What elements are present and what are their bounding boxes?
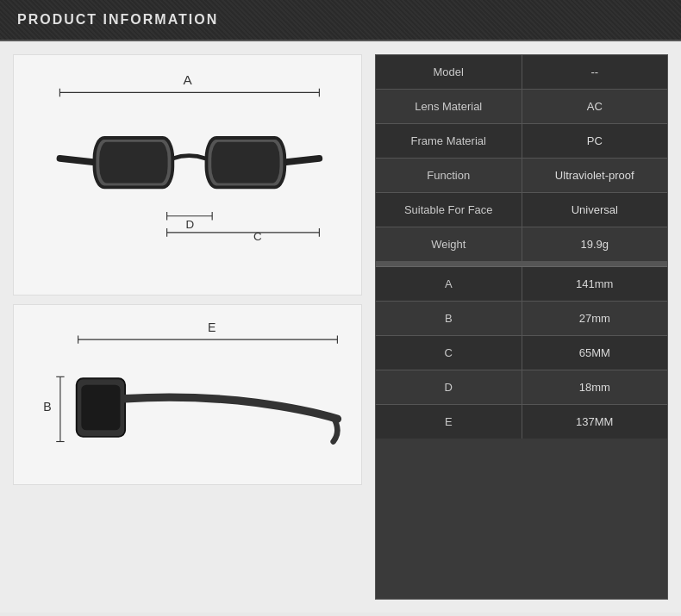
spec-row-suitable-face: Suitable For Face Universal xyxy=(376,193,667,227)
spec-label-b: B xyxy=(376,302,522,335)
label-b: B xyxy=(43,400,51,414)
label-d: D xyxy=(186,218,195,231)
specs-table: Model -- Lens Material AC Frame Material… xyxy=(375,54,668,600)
spec-row-b: B 27mm xyxy=(376,302,667,336)
spec-row-d: D 18mm xyxy=(376,370,667,405)
spec-label-frame-material: Frame Material xyxy=(376,124,522,158)
header-title: PRODUCT INFORMATION xyxy=(17,12,218,27)
spec-row-function: Function Ultraviolet-proof xyxy=(376,159,667,193)
svg-line-4 xyxy=(282,159,319,163)
svg-line-3 xyxy=(59,159,97,163)
left-panel: A xyxy=(13,54,362,600)
main-content: A xyxy=(0,41,681,613)
svg-rect-8 xyxy=(211,142,279,184)
side-view-svg: E B xyxy=(22,314,353,476)
label-e-top: E xyxy=(208,320,216,334)
spec-value-weight: 19.9g xyxy=(522,227,668,261)
spec-row-c: C 65MM xyxy=(376,336,667,370)
spec-row-weight: Weight 19.9g xyxy=(376,227,667,262)
spec-value-c: 65MM xyxy=(522,336,668,370)
spec-label-a: A xyxy=(376,267,522,301)
spec-label-model: Model xyxy=(376,55,522,89)
spec-label-function: Function xyxy=(376,159,522,192)
spec-row-frame-material: Frame Material PC xyxy=(376,124,667,159)
spec-row-lens-material: Lens Material AC xyxy=(376,90,667,124)
spec-label-lens-material: Lens Material xyxy=(376,90,522,123)
spec-row-e: E 137MM xyxy=(376,405,667,439)
spec-value-lens-material: AC xyxy=(522,90,668,123)
page-container: PRODUCT INFORMATION A xyxy=(0,0,681,616)
spec-value-frame-material: PC xyxy=(522,124,668,158)
spec-label-suitable-face: Suitable For Face xyxy=(376,193,522,227)
spec-value-e: 137MM xyxy=(522,405,668,439)
spec-value-a: 141mm xyxy=(522,267,668,301)
spec-value-d: 18mm xyxy=(522,370,668,404)
header: PRODUCT INFORMATION xyxy=(0,0,681,41)
spec-value-suitable-face: Universal xyxy=(522,193,668,227)
spec-row-a: A 141mm xyxy=(376,267,667,302)
spec-row-model: Model -- xyxy=(376,55,667,90)
front-view-diagram: A xyxy=(13,54,362,296)
spec-label-c: C xyxy=(376,336,522,370)
front-view-svg: A xyxy=(22,64,353,286)
spec-value-b: 27mm xyxy=(522,302,668,335)
svg-rect-6 xyxy=(99,142,167,184)
side-view-diagram: E B xyxy=(13,304,362,485)
spec-label-d: D xyxy=(376,370,522,404)
label-a-top: A xyxy=(183,72,192,87)
spec-value-function: Ultraviolet-proof xyxy=(522,159,668,192)
spec-value-model: -- xyxy=(522,55,668,89)
svg-rect-22 xyxy=(81,385,120,431)
spec-label-weight: Weight xyxy=(376,227,522,261)
spec-label-e: E xyxy=(376,405,522,439)
